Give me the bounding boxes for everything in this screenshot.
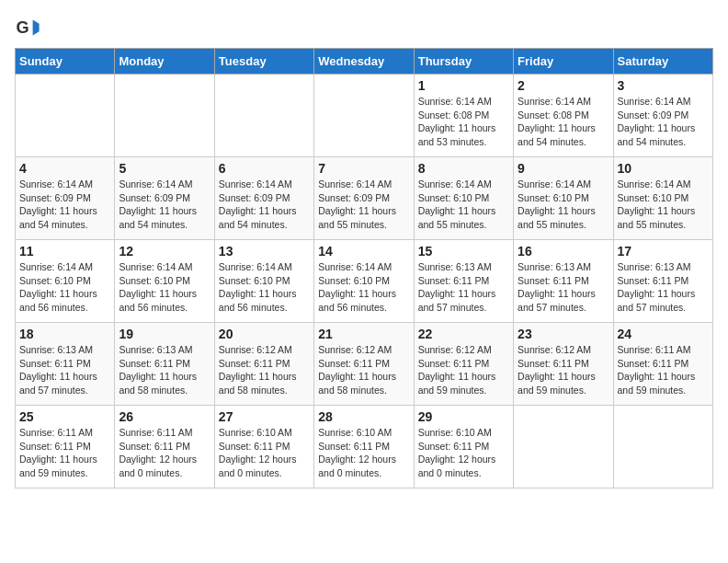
logo: G <box>15 15 44 40</box>
day-info: Sunrise: 6:10 AM Sunset: 6:11 PM Dayligh… <box>418 426 509 480</box>
day-number: 12 <box>119 244 210 259</box>
day-info: Sunrise: 6:14 AM Sunset: 6:10 PM Dayligh… <box>119 260 210 315</box>
day-number: 13 <box>219 244 310 259</box>
day-of-week-header: Thursday <box>414 49 513 75</box>
day-info: Sunrise: 6:10 AM Sunset: 6:11 PM Dayligh… <box>318 426 409 480</box>
day-info: Sunrise: 6:11 AM Sunset: 6:11 PM Dayligh… <box>119 426 210 480</box>
calendar-cell: 6Sunrise: 6:14 AM Sunset: 6:09 PM Daylig… <box>214 157 313 240</box>
calendar-cell: 2Sunrise: 6:14 AM Sunset: 6:08 PM Daylig… <box>514 75 613 157</box>
day-number: 28 <box>318 409 409 424</box>
day-info: Sunrise: 6:14 AM Sunset: 6:08 PM Dayligh… <box>418 95 509 149</box>
header: G <box>15 15 713 40</box>
day-info: Sunrise: 6:12 AM Sunset: 6:11 PM Dayligh… <box>518 343 609 397</box>
day-of-week-header: Wednesday <box>314 49 414 75</box>
calendar-cell: 11Sunrise: 6:14 AM Sunset: 6:10 PM Dayli… <box>16 240 115 323</box>
calendar-week-row: 18Sunrise: 6:13 AM Sunset: 6:11 PM Dayli… <box>16 323 713 406</box>
calendar-cell <box>16 75 115 157</box>
day-number: 20 <box>219 327 310 341</box>
day-number: 16 <box>518 244 609 259</box>
day-info: Sunrise: 6:12 AM Sunset: 6:11 PM Dayligh… <box>219 343 310 397</box>
calendar-week-row: 1Sunrise: 6:14 AM Sunset: 6:08 PM Daylig… <box>16 75 713 157</box>
calendar-cell: 16Sunrise: 6:13 AM Sunset: 6:11 PM Dayli… <box>514 240 613 323</box>
day-info: Sunrise: 6:12 AM Sunset: 6:11 PM Dayligh… <box>418 343 509 397</box>
day-number: 10 <box>618 161 709 176</box>
calendar-cell: 24Sunrise: 6:11 AM Sunset: 6:11 PM Dayli… <box>613 323 712 406</box>
day-number: 7 <box>318 161 409 176</box>
calendar-cell <box>115 75 214 157</box>
day-number: 26 <box>119 409 210 424</box>
day-of-week-header: Monday <box>115 49 214 75</box>
day-of-week-header: Friday <box>514 49 613 75</box>
day-number: 6 <box>219 161 310 176</box>
calendar-cell: 27Sunrise: 6:10 AM Sunset: 6:11 PM Dayli… <box>214 406 313 488</box>
calendar-cell: 15Sunrise: 6:13 AM Sunset: 6:11 PM Dayli… <box>414 240 513 323</box>
calendar-cell: 13Sunrise: 6:14 AM Sunset: 6:10 PM Dayli… <box>214 240 313 323</box>
day-info: Sunrise: 6:10 AM Sunset: 6:11 PM Dayligh… <box>219 426 310 480</box>
calendar-cell: 14Sunrise: 6:14 AM Sunset: 6:10 PM Dayli… <box>314 240 414 323</box>
day-info: Sunrise: 6:13 AM Sunset: 6:11 PM Dayligh… <box>618 260 709 315</box>
day-info: Sunrise: 6:14 AM Sunset: 6:09 PM Dayligh… <box>318 178 409 232</box>
calendar-cell: 29Sunrise: 6:10 AM Sunset: 6:11 PM Dayli… <box>414 406 513 488</box>
calendar-cell: 8Sunrise: 6:14 AM Sunset: 6:10 PM Daylig… <box>414 157 513 240</box>
day-info: Sunrise: 6:14 AM Sunset: 6:08 PM Dayligh… <box>518 95 609 149</box>
day-info: Sunrise: 6:12 AM Sunset: 6:11 PM Dayligh… <box>318 343 409 397</box>
day-info: Sunrise: 6:14 AM Sunset: 6:09 PM Dayligh… <box>119 178 210 232</box>
calendar-cell: 17Sunrise: 6:13 AM Sunset: 6:11 PM Dayli… <box>613 240 712 323</box>
day-info: Sunrise: 6:11 AM Sunset: 6:11 PM Dayligh… <box>19 426 110 480</box>
calendar-header-row: SundayMondayTuesdayWednesdayThursdayFrid… <box>16 49 713 75</box>
day-number: 14 <box>318 244 409 259</box>
day-info: Sunrise: 6:14 AM Sunset: 6:10 PM Dayligh… <box>518 178 609 232</box>
day-number: 29 <box>418 409 509 424</box>
day-info: Sunrise: 6:13 AM Sunset: 6:11 PM Dayligh… <box>518 260 609 315</box>
calendar-cell: 21Sunrise: 6:12 AM Sunset: 6:11 PM Dayli… <box>314 323 414 406</box>
day-number: 22 <box>418 327 509 341</box>
day-of-week-header: Sunday <box>16 49 115 75</box>
calendar-cell <box>214 75 313 157</box>
day-number: 23 <box>518 327 609 341</box>
day-of-week-header: Tuesday <box>214 49 313 75</box>
calendar-cell: 26Sunrise: 6:11 AM Sunset: 6:11 PM Dayli… <box>115 406 214 488</box>
calendar-cell: 4Sunrise: 6:14 AM Sunset: 6:09 PM Daylig… <box>16 157 115 240</box>
day-number: 3 <box>618 78 709 93</box>
svg-marker-1 <box>33 20 40 36</box>
day-info: Sunrise: 6:13 AM Sunset: 6:11 PM Dayligh… <box>119 343 210 397</box>
day-info: Sunrise: 6:14 AM Sunset: 6:10 PM Dayligh… <box>19 260 110 315</box>
day-info: Sunrise: 6:14 AM Sunset: 6:10 PM Dayligh… <box>318 260 409 315</box>
calendar-cell <box>314 75 414 157</box>
day-info: Sunrise: 6:13 AM Sunset: 6:11 PM Dayligh… <box>418 260 509 315</box>
day-number: 15 <box>418 244 509 259</box>
calendar-cell: 12Sunrise: 6:14 AM Sunset: 6:10 PM Dayli… <box>115 240 214 323</box>
calendar-cell: 3Sunrise: 6:14 AM Sunset: 6:09 PM Daylig… <box>613 75 712 157</box>
day-of-week-header: Saturday <box>613 49 712 75</box>
calendar-cell: 7Sunrise: 6:14 AM Sunset: 6:09 PM Daylig… <box>314 157 414 240</box>
day-info: Sunrise: 6:11 AM Sunset: 6:11 PM Dayligh… <box>618 343 709 397</box>
day-number: 11 <box>19 244 110 259</box>
day-info: Sunrise: 6:14 AM Sunset: 6:09 PM Dayligh… <box>219 178 310 232</box>
day-info: Sunrise: 6:14 AM Sunset: 6:09 PM Dayligh… <box>19 178 110 232</box>
calendar-cell: 18Sunrise: 6:13 AM Sunset: 6:11 PM Dayli… <box>16 323 115 406</box>
day-number: 27 <box>219 409 310 424</box>
calendar-cell: 9Sunrise: 6:14 AM Sunset: 6:10 PM Daylig… <box>514 157 613 240</box>
calendar-week-row: 25Sunrise: 6:11 AM Sunset: 6:11 PM Dayli… <box>16 406 713 488</box>
day-number: 2 <box>518 78 609 93</box>
day-info: Sunrise: 6:14 AM Sunset: 6:10 PM Dayligh… <box>418 178 509 232</box>
calendar-cell <box>514 406 613 488</box>
calendar-table: SundayMondayTuesdayWednesdayThursdayFrid… <box>15 48 713 488</box>
calendar-week-row: 4Sunrise: 6:14 AM Sunset: 6:09 PM Daylig… <box>16 157 713 240</box>
calendar-cell: 1Sunrise: 6:14 AM Sunset: 6:08 PM Daylig… <box>414 75 513 157</box>
logo-icon: G <box>15 15 40 40</box>
day-info: Sunrise: 6:14 AM Sunset: 6:10 PM Dayligh… <box>219 260 310 315</box>
day-info: Sunrise: 6:14 AM Sunset: 6:10 PM Dayligh… <box>618 178 709 232</box>
calendar-cell: 28Sunrise: 6:10 AM Sunset: 6:11 PM Dayli… <box>314 406 414 488</box>
calendar-cell: 19Sunrise: 6:13 AM Sunset: 6:11 PM Dayli… <box>115 323 214 406</box>
day-info: Sunrise: 6:14 AM Sunset: 6:09 PM Dayligh… <box>618 95 709 149</box>
day-number: 5 <box>119 161 210 176</box>
day-number: 25 <box>19 409 110 424</box>
day-number: 8 <box>418 161 509 176</box>
calendar-cell: 23Sunrise: 6:12 AM Sunset: 6:11 PM Dayli… <box>514 323 613 406</box>
calendar-week-row: 11Sunrise: 6:14 AM Sunset: 6:10 PM Dayli… <box>16 240 713 323</box>
day-number: 21 <box>318 327 409 341</box>
calendar-cell <box>613 406 712 488</box>
day-number: 19 <box>119 327 210 341</box>
day-number: 4 <box>19 161 110 176</box>
